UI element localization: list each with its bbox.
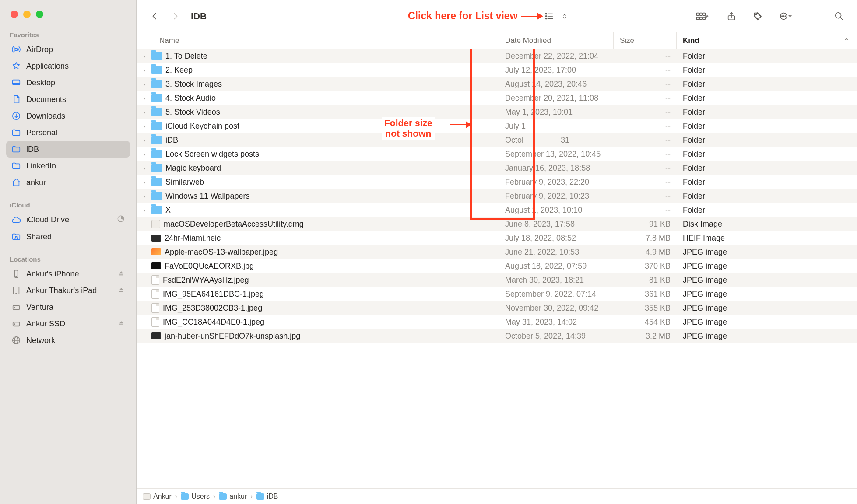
disclosure-triangle[interactable]: › xyxy=(141,193,148,200)
file-row[interactable]: ›SimilarwebFebruary 9, 2023, 22:20--Fold… xyxy=(137,175,857,189)
file-row[interactable]: ›2. KeepJuly 12, 2023, 17:00--Folder xyxy=(137,63,857,77)
sidebar-item-ventura[interactable]: Ventura xyxy=(6,299,130,315)
tags-button[interactable] xyxy=(748,7,767,25)
file-name: Lock Screen widgets posts xyxy=(165,150,259,159)
sidebar-item-documents[interactable]: Documents xyxy=(6,91,130,108)
column-kind[interactable]: Kind ⌃ xyxy=(677,32,857,49)
column-date[interactable]: Date Modified xyxy=(499,32,614,49)
file-name: jan-huber-unShEFDdO7k-unsplash.jpg xyxy=(165,332,300,341)
file-row[interactable]: ›4. Stock AudioDecember 20, 2021, 11:08-… xyxy=(137,91,857,105)
svg-point-36 xyxy=(782,16,783,17)
disclosure-triangle[interactable]: › xyxy=(141,109,148,116)
svg-rect-12 xyxy=(119,291,123,292)
action-menu-button[interactable] xyxy=(775,7,797,25)
path-bar[interactable]: Ankur›Users›ankur›iDB xyxy=(137,488,857,504)
path-separator: › xyxy=(250,493,253,500)
folder-icon xyxy=(151,52,162,60)
file-kind: JPEG image xyxy=(677,304,857,313)
file-row[interactable]: ›3. Stock ImagesAugust 14, 2023, 20:46--… xyxy=(137,77,857,91)
sidebar-item-ankur-ssd[interactable]: Ankur SSD xyxy=(6,315,130,332)
disclosure-triangle[interactable]: › xyxy=(141,165,148,172)
file-row[interactable]: jan-huber-unShEFDdO7k-unsplash.jpgOctobe… xyxy=(137,329,857,343)
forward-button[interactable] xyxy=(166,7,185,25)
sidebar-item-desktop[interactable]: Desktop xyxy=(6,74,130,91)
path-separator: › xyxy=(213,493,215,500)
fullscreen-window-button[interactable] xyxy=(36,10,43,18)
main-pane: iDB Click here for List view xyxy=(137,0,857,504)
file-row[interactable]: ›Windows 11 WallpapersFebruary 9, 2022, … xyxy=(137,189,857,203)
sidebar-item-personal[interactable]: Personal xyxy=(6,124,130,141)
file-row[interactable]: ›XAugust 1, 2023, 10:10--Folder xyxy=(137,203,857,217)
disclosure-triangle[interactable]: › xyxy=(141,179,148,186)
sidebar-item-shared[interactable]: Shared xyxy=(6,228,130,245)
sidebar-item-ankur-s-iphone[interactable]: Ankur's iPhone xyxy=(6,266,130,282)
file-row[interactable]: IMG_253D38002CB3-1.jpegNovember 30, 2022… xyxy=(137,301,857,315)
disclosure-triangle[interactable]: › xyxy=(141,207,148,214)
disclosure-triangle[interactable]: › xyxy=(141,123,148,130)
list-view-button[interactable] xyxy=(540,7,558,25)
file-kind: Folder xyxy=(677,122,857,131)
back-button[interactable] xyxy=(145,7,164,25)
file-row[interactable]: IMG_CC18A044D4E0-1.jpegMay 31, 2023, 14:… xyxy=(137,315,857,329)
file-row[interactable]: Apple-macOS-13-wallpaper.jpegJune 21, 20… xyxy=(137,245,857,259)
sidebar-item-ankur[interactable]: ankur xyxy=(6,174,130,191)
file-row[interactable]: ›Lock Screen widgets postsSeptember 13, … xyxy=(137,147,857,161)
column-size[interactable]: Size xyxy=(614,32,677,49)
sidebar-item-applications[interactable]: Applications xyxy=(6,58,130,74)
eject-icon[interactable] xyxy=(118,319,125,329)
file-date: October 5, 2022, 14:39 xyxy=(499,332,614,341)
minimize-window-button[interactable] xyxy=(23,10,31,18)
file-row[interactable]: ›Magic keyboardJanuary 16, 2023, 18:58--… xyxy=(137,161,857,175)
share-button[interactable] xyxy=(722,7,741,25)
path-crumb[interactable]: Ankur xyxy=(143,493,172,500)
file-row[interactable]: ›iCloud Keychain postJuly 1--Folder xyxy=(137,119,857,133)
sidebar-item-linkedin[interactable]: LinkedIn xyxy=(6,158,130,174)
home-icon xyxy=(11,178,21,187)
file-row[interactable]: macOSDeveloperBetaAccessUtility.dmgJune … xyxy=(137,217,857,231)
sidebar-item-idb[interactable]: iDB xyxy=(6,141,130,158)
column-name[interactable]: Name xyxy=(137,32,499,49)
annotation-listview: Click here for List view xyxy=(408,10,542,22)
svg-rect-31 xyxy=(700,17,702,19)
svg-point-23 xyxy=(546,15,547,16)
eject-icon[interactable] xyxy=(118,286,125,295)
file-date: February 9, 2022, 10:23 xyxy=(499,192,614,201)
sidebar-item-ankur-thakur-s-ipad[interactable]: Ankur Thakur's iPad xyxy=(6,282,130,299)
path-crumb[interactable]: Users xyxy=(181,493,210,500)
file-date: March 30, 2023, 18:21 xyxy=(499,276,614,285)
group-by-button[interactable] xyxy=(690,7,714,25)
file-row[interactable]: ›iDBOctol 31--Folder xyxy=(137,133,857,147)
folder-icon xyxy=(151,206,162,214)
disclosure-triangle[interactable]: › xyxy=(141,81,148,88)
svg-point-37 xyxy=(783,16,784,17)
file-row[interactable]: 24hr-Miami.heicJuly 18, 2022, 08:527.8 M… xyxy=(137,231,857,245)
sidebar-item-airdrop[interactable]: AirDrop xyxy=(6,41,130,58)
disclosure-triangle[interactable]: › xyxy=(141,95,148,102)
file-row[interactable]: IMG_95EA64161DBC-1.jpegSeptember 9, 2022… xyxy=(137,287,857,301)
disclosure-triangle[interactable]: › xyxy=(141,137,148,144)
file-row[interactable]: FsdE2nlWYAAysHz.jpegMarch 30, 2023, 18:2… xyxy=(137,273,857,287)
disclosure-triangle[interactable]: › xyxy=(141,67,148,74)
view-options-chevrons[interactable] xyxy=(560,7,569,25)
file-row[interactable]: FaVoE0QUcAEORXB.jpgAugust 18, 2022, 07:5… xyxy=(137,259,857,273)
sidebar-item-label: Personal xyxy=(26,128,57,137)
sidebar-item-icloud-drive[interactable]: iCloud Drive xyxy=(6,211,130,228)
file-row[interactable]: ›5. Stock VideosMay 1, 2023, 10:01--Fold… xyxy=(137,105,857,119)
path-crumb[interactable]: iDB xyxy=(256,493,278,500)
path-crumb[interactable]: ankur xyxy=(219,493,247,500)
disclosure-triangle[interactable]: › xyxy=(141,151,148,158)
close-window-button[interactable] xyxy=(11,10,18,18)
file-kind: HEIF Image xyxy=(677,234,857,243)
disclosure-triangle[interactable]: › xyxy=(141,53,148,60)
search-button[interactable] xyxy=(830,7,848,25)
folder-icon xyxy=(151,164,162,172)
file-name: 24hr-Miami.heic xyxy=(165,234,221,243)
file-kind: Folder xyxy=(677,150,857,159)
file-list[interactable]: Folder size not shown ›1. To DeleteDecem… xyxy=(137,49,857,488)
sidebar-item-network[interactable]: Network xyxy=(6,332,130,349)
file-row[interactable]: ›1. To DeleteDecember 22, 2022, 21:04--F… xyxy=(137,49,857,63)
sidebar-item-downloads[interactable]: Downloads xyxy=(6,108,130,124)
file-name: 3. Stock Images xyxy=(165,80,222,89)
eject-icon[interactable] xyxy=(118,270,125,279)
folder-icon xyxy=(151,192,162,200)
